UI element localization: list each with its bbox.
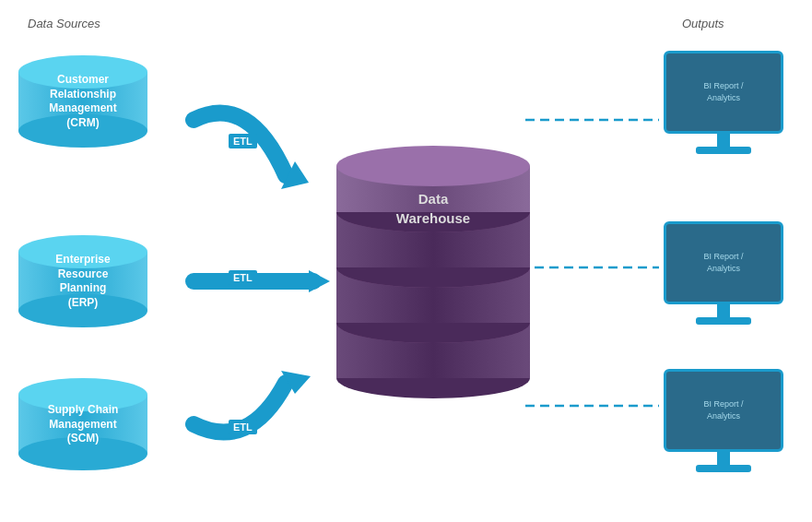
data-sources-label: Data Sources [28, 17, 100, 30]
scm-label: Supply ChainManagement(SCM) [23, 403, 143, 446]
erp-label: EnterpriseResourcePlanning(ERP) [23, 253, 143, 310]
svg-marker-3 [281, 161, 309, 189]
monitor-1: BI Report /Analytics [664, 51, 783, 154]
monitor-3: BI Report /Analytics [664, 369, 783, 472]
diagram-container: Data Sources Outputs CustomerRelationshi… [0, 0, 812, 522]
svg-marker-5 [281, 371, 311, 394]
erp-cylinder: EnterpriseResourcePlanning(ERP) [18, 235, 147, 327]
svg-point-17 [336, 146, 530, 186]
monitor-2-content: BI Report /Analytics [700, 247, 747, 278]
outputs-label: Outputs [682, 17, 724, 30]
etl-label-1: ETL [229, 134, 257, 148]
crm-label: CustomerRelationshipManagement(CRM) [23, 73, 143, 130]
svg-marker-4 [309, 270, 330, 292]
scm-cylinder: Supply ChainManagement(SCM) [18, 378, 147, 470]
monitor-2: BI Report /Analytics [664, 221, 783, 325]
crm-cylinder: CustomerRelationshipManagement(CRM) [18, 55, 147, 148]
dw-svg [332, 138, 535, 406]
etl-label-3: ETL [229, 420, 257, 434]
data-warehouse: Data Warehouse [332, 138, 535, 406]
monitor-1-content: BI Report /Analytics [700, 77, 747, 107]
monitor-3-content: BI Report /Analytics [700, 395, 747, 425]
etl-label-2: ETL [229, 270, 257, 285]
